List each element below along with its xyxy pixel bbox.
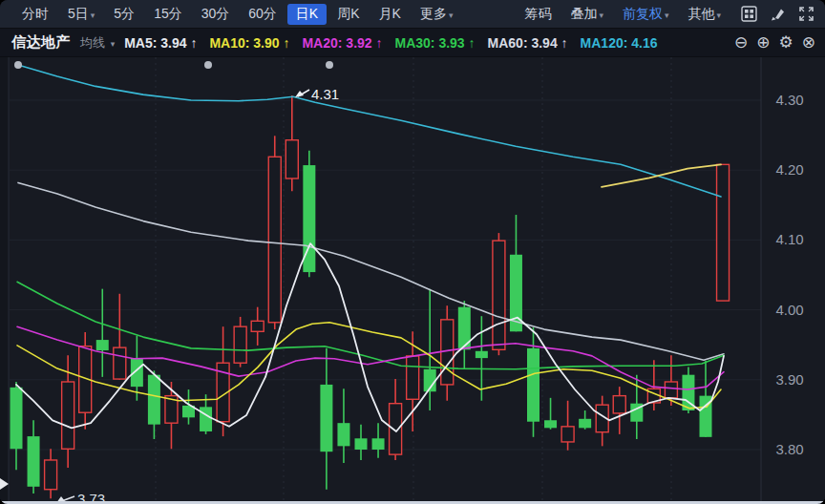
ma-values: MA5: 3.94 ↑MA10: 3.90 ↑MA20: 3.92 ↑MA30:… xyxy=(124,35,657,51)
candle[interactable] xyxy=(493,233,505,355)
candle-body xyxy=(45,460,57,490)
tab-15min[interactable]: 15分 xyxy=(145,4,191,25)
tool-overlay[interactable]: 叠加▾ xyxy=(561,4,612,25)
candle-body xyxy=(561,427,574,442)
ma-value-ma120: MA120: 4.16 xyxy=(581,35,658,51)
settings-icon[interactable]: ⚙ xyxy=(779,34,793,51)
toolbar-tools: 筹码叠加▾前复权▾其他▾ xyxy=(516,4,815,25)
candle-body xyxy=(268,157,281,322)
close-icon[interactable]: ⊗ xyxy=(802,34,815,51)
tab-60min[interactable]: 60分 xyxy=(240,4,286,25)
candle-body xyxy=(476,351,488,358)
candle-body xyxy=(62,382,74,449)
candle-body xyxy=(234,326,246,363)
event-dot[interactable] xyxy=(326,61,333,69)
candle-body xyxy=(286,140,298,178)
legend-bar: 信达地产 均线 ▾ MA5: 3.94 ↑MA10: 3.90 ↑MA20: 3… xyxy=(0,29,825,57)
tab-5min[interactable]: 5分 xyxy=(105,4,143,25)
tab-5day[interactable]: 5日▾ xyxy=(59,4,103,25)
tool-chips[interactable]: 筹码 xyxy=(516,4,560,25)
chevron-down-icon: ▾ xyxy=(716,10,721,20)
candle-body xyxy=(28,436,40,487)
ma-value-ma10: MA10: 3.90 ↑ xyxy=(209,35,289,51)
legend-icons: ⊖⊕⚙⊗ xyxy=(734,34,815,51)
candle-body xyxy=(200,407,212,431)
left-gutter xyxy=(0,57,9,504)
candle-body xyxy=(96,340,109,350)
chevron-down-icon: ▾ xyxy=(665,10,669,20)
tab-more[interactable]: 更多▾ xyxy=(412,4,462,25)
tab-weekly-k[interactable]: 周K xyxy=(328,4,368,25)
grid-layout-icon[interactable] xyxy=(739,5,758,24)
chevron-down-icon: ▾ xyxy=(599,10,603,20)
period-tabs: 分时5日▾5分15分30分60分日K周K月K更多▾ xyxy=(13,4,461,25)
candle-body xyxy=(407,356,419,399)
chevron-down-icon: ▾ xyxy=(91,10,95,20)
candle-body xyxy=(579,419,591,429)
candle-body xyxy=(527,348,539,422)
candle-body xyxy=(131,358,143,387)
candlestick-chart[interactable]: 4.304.204.104.003.903.804.313.73 xyxy=(0,57,825,504)
ma-value-ma20: MA20: 3.92 ↑ xyxy=(302,35,382,51)
tab-30min[interactable]: 30分 xyxy=(193,4,239,25)
stock-name: 信达地产 xyxy=(11,33,71,52)
candle-body xyxy=(251,321,264,331)
tool-forward-adjusted[interactable]: 前复权▾ xyxy=(614,4,678,25)
y-axis-label: 4.10 xyxy=(775,231,803,247)
tab-monthly-k[interactable]: 月K xyxy=(370,4,410,25)
candle[interactable] xyxy=(303,151,315,277)
chevron-down-icon: ▾ xyxy=(111,39,116,49)
candle-body xyxy=(337,423,349,446)
ma-selector-dropdown[interactable]: 均线 ▾ xyxy=(80,34,115,52)
zoom-in-icon[interactable]: ⊕ xyxy=(756,34,770,51)
tool-other[interactable]: 其他▾ xyxy=(679,4,730,25)
chevron-down-icon: ▾ xyxy=(449,10,454,20)
chart-area: 4.304.204.104.003.903.804.313.73 xyxy=(0,57,825,504)
tab-fenshi[interactable]: 分时 xyxy=(13,4,57,25)
candle-body xyxy=(665,382,677,398)
candle-body xyxy=(11,388,23,449)
ma-value-ma5: MA5: 3.94 ↑ xyxy=(124,35,197,51)
candle-body xyxy=(148,375,160,425)
candle-body xyxy=(493,241,505,349)
y-axis-label: 4.20 xyxy=(775,161,803,178)
brush-icon[interactable] xyxy=(768,5,787,24)
ma-value-ma60: MA60: 3.94 ↑ xyxy=(488,35,568,51)
candle-body xyxy=(390,404,402,454)
annotation-label: 4.31 xyxy=(311,86,339,102)
y-axis-label: 4.30 xyxy=(775,92,803,108)
ma-value-ma30: MA30: 3.93 ↑ xyxy=(395,35,476,51)
stock-chart-window: 分时5日▾5分15分30分60分日K周K月K更多▾ 筹码叠加▾前复权▾其他▾ 信… xyxy=(0,0,825,504)
event-dot[interactable] xyxy=(14,61,22,69)
candle-body xyxy=(613,396,625,413)
candle[interactable] xyxy=(268,136,281,329)
candle-body xyxy=(114,347,126,379)
candle-body xyxy=(355,438,368,450)
candle-body xyxy=(544,420,557,428)
tab-daily-k[interactable]: 日K xyxy=(287,4,327,25)
candle[interactable] xyxy=(717,164,730,301)
y-axis-label: 3.90 xyxy=(775,371,803,388)
candle-body xyxy=(320,385,332,452)
fullscreen-icon[interactable] xyxy=(796,5,815,24)
zoom-out-icon[interactable]: ⊖ xyxy=(734,34,748,51)
y-axis-label: 3.80 xyxy=(775,441,803,457)
y-axis-label: 4.00 xyxy=(775,302,803,318)
candle-body xyxy=(717,164,730,301)
event-dot[interactable] xyxy=(204,61,212,69)
toolbar: 分时5日▾5分15分30分60分日K周K月K更多▾ 筹码叠加▾前复权▾其他▾ xyxy=(0,0,825,29)
candle-body xyxy=(372,438,385,450)
